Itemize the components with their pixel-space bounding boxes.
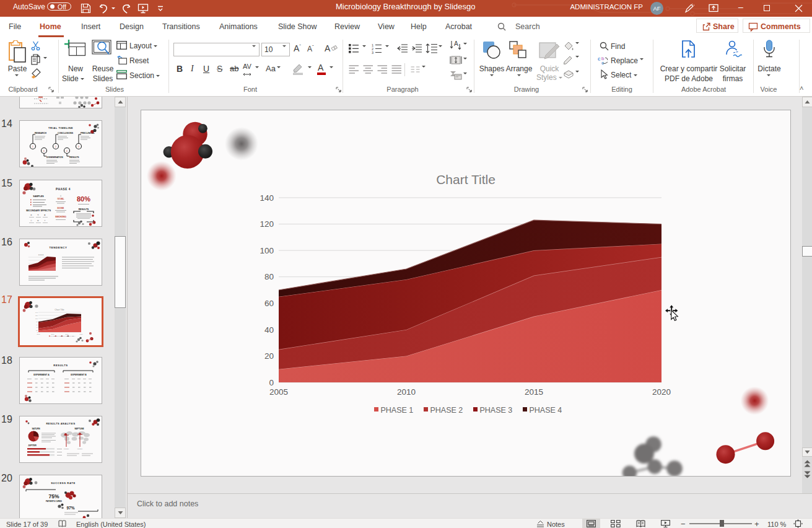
svg-text:☉: ☉ (30, 219, 32, 222)
svg-text:⚛: ⚛ (44, 219, 46, 222)
svg-text:RESEARCH: RESEARCH (35, 132, 47, 134)
svg-text:DOSE: DOSE (58, 207, 64, 209)
svg-text:SATURN: SATURN (32, 428, 40, 430)
svg-text:⚖: ⚖ (37, 219, 39, 222)
svg-text:TENDENCY: TENDENCY (50, 246, 68, 249)
svg-text:GOAL: GOAL (58, 198, 65, 200)
svg-text:PHASE 4: PHASE 4 (530, 406, 562, 415)
svg-text:є: є (598, 56, 601, 62)
svg-text:⚔: ⚔ (59, 195, 61, 197)
svg-text:DISSEMINATION: DISSEMINATION (46, 156, 63, 159)
svg-text:6: 6 (43, 150, 45, 152)
svg-text:LOREM: LOREM (64, 448, 69, 450)
svg-text:A: A (454, 40, 458, 47)
svg-text:40: 40 (36, 327, 38, 328)
svg-text:80: 80 (36, 321, 38, 323)
svg-text:RESULTS ANALYSIS: RESULTS ANALYSIS (46, 422, 75, 425)
svg-text:100: 100 (260, 246, 274, 255)
svg-text:140: 140 (260, 193, 274, 203)
svg-text:20: 20 (264, 351, 274, 361)
svg-text:2005: 2005 (37, 333, 41, 335)
svg-text:SMOKING: SMOKING (55, 216, 66, 218)
svg-text:0: 0 (269, 378, 274, 387)
svg-text:JUPITER: JUPITER (28, 444, 37, 447)
svg-text:✖: ✖ (44, 214, 46, 216)
svg-text:2: 2 (55, 146, 56, 148)
svg-text:80%: 80% (77, 195, 90, 203)
svg-text:c: c (601, 60, 604, 65)
svg-text:PATIENTS CURED: PATIENTS CURED (46, 500, 63, 503)
svg-text:CONCLUSIONS: CONCLUSIONS (58, 132, 74, 134)
svg-text:75%: 75% (48, 493, 59, 499)
svg-text:Chart Title: Chart Title (55, 309, 64, 311)
svg-text:SAMPLES: SAMPLES (33, 195, 44, 198)
svg-text:EXPERIMENT B: EXPERIMENT B (71, 374, 87, 376)
svg-text:120: 120 (260, 219, 274, 229)
svg-text:120: 120 (35, 315, 38, 317)
svg-text:2015: 2015 (66, 333, 69, 335)
svg-text:PHASE 4: PHASE 4 (56, 188, 71, 191)
svg-text:PHASE 3: PHASE 3 (480, 406, 513, 415)
svg-text:97%: 97% (66, 506, 74, 510)
svg-text:100: 100 (35, 318, 38, 320)
svg-text:Chart Title: Chart Title (436, 172, 495, 187)
svg-text:60: 60 (264, 299, 274, 308)
svg-text:⚗: ⚗ (37, 214, 39, 216)
svg-text:1: 1 (32, 146, 33, 148)
svg-text:3: 3 (372, 51, 373, 54)
svg-text:40: 40 (264, 325, 274, 335)
svg-text:3: 3 (78, 146, 79, 148)
svg-text:2005: 2005 (269, 387, 288, 397)
svg-text:140: 140 (35, 312, 38, 314)
svg-text:RESULTS: RESULTS (79, 208, 89, 211)
svg-text:60: 60 (36, 324, 38, 326)
svg-text:PHASE 2: PHASE 2 (430, 406, 463, 415)
svg-text:4: 4 (66, 150, 68, 152)
svg-text:PHASE 1: PHASE 1 (381, 406, 414, 415)
svg-text:2010: 2010 (51, 333, 55, 335)
svg-text:SECONDARY EFFECTS: SECONDARY EFFECTS (26, 209, 51, 212)
svg-text:LOREM: LOREM (77, 448, 83, 450)
svg-text:80: 80 (264, 272, 274, 281)
svg-text:⚙: ⚙ (30, 214, 32, 216)
svg-text:RESULTS: RESULTS (69, 156, 79, 159)
svg-text:2020: 2020 (80, 333, 84, 335)
svg-text:2015: 2015 (525, 387, 543, 397)
svg-text:TRIAL TIMELINE: TRIAL TIMELINE (48, 126, 73, 130)
svg-text:EXPERIMENT A: EXPERIMENT A (33, 374, 50, 376)
svg-text:RESULTS: RESULTS (53, 364, 68, 367)
svg-text:2010: 2010 (397, 387, 416, 397)
svg-text:NEPTUNE: NEPTUNE (74, 428, 84, 430)
svg-text:PHASE 4: PHASE 4 (69, 335, 76, 337)
svg-text:2020: 2020 (652, 387, 671, 397)
svg-text:■ ■ ■ ■: ■ ■ ■ ■ (38, 254, 44, 256)
svg-text:SUCCESS RATE: SUCCESS RATE (51, 482, 76, 485)
